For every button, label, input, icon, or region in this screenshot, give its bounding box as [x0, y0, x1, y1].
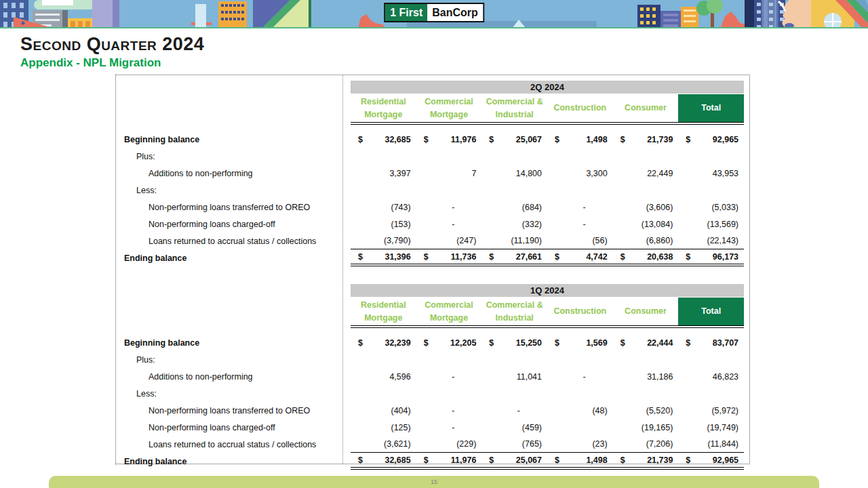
value-cell: (19,749): [678, 419, 744, 436]
title-block: Second Quarter 2024 Appendix - NPL Migra…: [20, 34, 204, 70]
dollar-sign: $: [424, 252, 429, 262]
value-cell: (3,790): [351, 232, 416, 249]
column-header-line1: Construction: [553, 305, 606, 318]
page-number: 15: [431, 479, 437, 485]
value-cell: [613, 148, 679, 165]
dollar-sign: $: [358, 252, 363, 262]
value-cell: (229): [416, 436, 482, 452]
row-cells: $32,685$11,976$25,067$1,498$21,739$92,96…: [351, 131, 744, 148]
value-cell: [481, 385, 547, 402]
table-row: Loans returned to accrual status / colle…: [116, 232, 749, 249]
value-cell: $21,739: [613, 131, 679, 148]
value-cell: [678, 385, 744, 402]
row-cells: [351, 385, 744, 402]
cell-value: 31,186: [647, 372, 673, 382]
row-label: Loans returned to accrual status / colle…: [116, 237, 351, 246]
cell-value: 21,739: [647, 135, 673, 144]
value-cell: (743): [351, 199, 416, 216]
column-header-line1: Commercial: [425, 299, 473, 312]
cell-value: 27,661: [516, 252, 542, 262]
row-cells: (125)-(459)(19,165)(19,749): [351, 419, 744, 436]
cell-value: (13,084): [642, 220, 673, 229]
cell-value: 20,638: [647, 252, 673, 262]
cell-value: (56): [592, 236, 607, 245]
banner: 1 First BanCorp: [0, 0, 868, 28]
dollar-sign: $: [620, 338, 625, 348]
cell-value: -: [452, 423, 454, 432]
cell-value: 43,953: [713, 169, 738, 178]
cell-value: 1,498: [586, 455, 607, 465]
value-cell: (11,190): [481, 232, 547, 249]
cell-value: 15,250: [516, 338, 542, 348]
row-cells: [351, 351, 744, 368]
table-row: Plus:: [116, 351, 749, 368]
value-cell: (23): [547, 436, 613, 452]
table-row: Non-performing loans charged-off(125)-(4…: [116, 419, 749, 436]
value-cell: $92,965: [678, 131, 744, 148]
value-cell: [678, 182, 744, 199]
value-cell: $11,976: [416, 131, 482, 148]
cell-value: (3,621): [384, 439, 411, 449]
cell-value: 31,396: [384, 252, 410, 262]
value-cell: $21,739: [613, 453, 679, 467]
dollar-sign: $: [358, 455, 363, 465]
table-row: Ending balance$31,396$11,736$27,661$4,74…: [116, 249, 749, 266]
value-cell: 46,823: [678, 368, 744, 385]
column-header-line2: Industrial: [496, 312, 534, 325]
value-cell: [416, 385, 482, 402]
value-cell: -: [416, 216, 482, 232]
cell-value: (125): [391, 423, 410, 432]
column-header-line2: Mortgage: [364, 108, 402, 121]
column-header-line1: Commercial &: [486, 299, 543, 312]
value-cell: 14,800: [481, 165, 547, 182]
value-cell: (153): [351, 216, 416, 232]
value-cell: -: [547, 216, 613, 232]
table-row: Beginning balance$32,239$12,205$15,250$1…: [116, 334, 749, 351]
row-label: Less:: [116, 186, 351, 195]
dollar-sign: $: [555, 135, 559, 144]
cell-value: (153): [391, 220, 410, 229]
column-header-row: ResidentialMortgageCommercialMortgageCom…: [351, 94, 744, 125]
value-cell: 31,186: [613, 368, 679, 385]
value-cell: $1,498: [547, 131, 613, 148]
column-header: Commercial &Industrial: [481, 94, 547, 122]
value-cell: (48): [547, 402, 613, 419]
cell-value: 32,685: [384, 455, 410, 465]
value-cell: 3,300: [547, 165, 613, 182]
column-header: Total: [678, 298, 744, 325]
value-cell: (11,844): [678, 436, 744, 452]
cell-value: 22,449: [647, 169, 673, 178]
cell-value: 3,397: [389, 169, 410, 178]
cell-value: 11,976: [451, 135, 477, 144]
table-row: Ending balance$32,685$11,976$25,067$1,49…: [116, 453, 749, 470]
cell-value: -: [583, 203, 586, 212]
value-cell: (3,621): [351, 436, 416, 452]
cell-value: 3,300: [586, 169, 607, 178]
column-header-line1: Total: [701, 102, 721, 115]
cell-value: (22,143): [707, 236, 738, 245]
cell-value: -: [452, 372, 454, 382]
cell-value: (459): [522, 423, 542, 432]
column-header: Commercial &Industrial: [481, 298, 547, 325]
cell-value: (332): [522, 220, 542, 229]
npl-migration-tables: 2Q 2024ResidentialMortgageCommercialMort…: [115, 75, 750, 464]
dollar-sign: $: [489, 455, 494, 465]
column-header-line1: Residential: [361, 299, 406, 312]
dollar-sign: $: [686, 135, 690, 144]
cell-value: -: [583, 220, 586, 229]
cell-value: (404): [391, 406, 410, 415]
value-cell: $20,638: [613, 249, 679, 264]
cell-value: -: [583, 372, 586, 382]
value-cell: $25,067: [481, 131, 547, 148]
value-cell: 22,449: [613, 165, 679, 182]
column-header-line1: Construction: [553, 102, 606, 115]
dollar-sign: $: [424, 135, 429, 144]
table-row: Less:: [116, 385, 749, 402]
value-cell: (7,206): [613, 436, 679, 452]
cell-value: -: [452, 220, 454, 229]
column-header: Consumer: [613, 298, 679, 325]
period-band: 2Q 2024: [351, 81, 744, 94]
column-header-line1: Consumer: [625, 102, 667, 115]
dollar-sign: $: [424, 455, 429, 465]
value-cell: $22,444: [613, 334, 679, 351]
